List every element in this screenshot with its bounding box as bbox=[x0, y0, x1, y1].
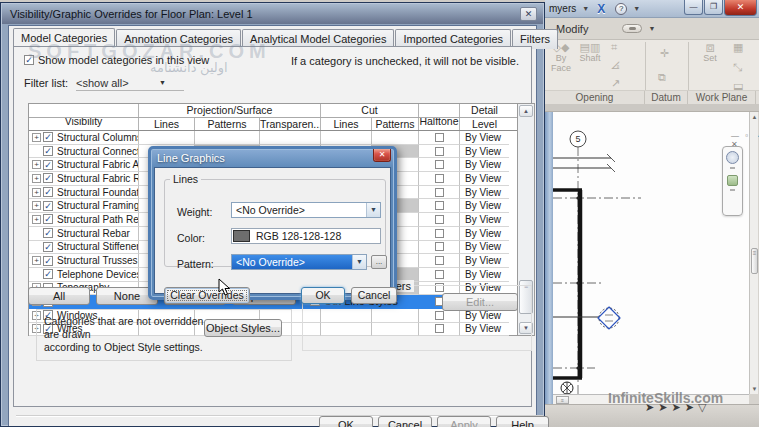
app-close-button[interactable]: ✕ bbox=[724, 0, 757, 16]
halftone-checkbox[interactable] bbox=[435, 188, 444, 197]
table-scroll-up-icon[interactable]: ▲ bbox=[519, 105, 533, 117]
visibility-cell[interactable]: +Structural Columns bbox=[29, 131, 139, 145]
scroll-up-icon[interactable]: ▲ bbox=[750, 114, 759, 120]
expand-icon[interactable]: + bbox=[32, 201, 41, 210]
visibility-cell[interactable]: +Structural Fabric Rei... bbox=[29, 172, 139, 186]
maximize-button[interactable]: ❐ bbox=[704, 0, 723, 15]
ribbon-display-toggle[interactable] bbox=[622, 24, 642, 33]
halftone-cell[interactable] bbox=[419, 227, 460, 241]
halftone-checkbox[interactable] bbox=[435, 160, 444, 169]
workplane-icon-2[interactable]: ⤡ bbox=[733, 62, 742, 73]
help-dropdown-caret-icon[interactable]: ▼ bbox=[633, 5, 640, 12]
halftone-checkbox[interactable] bbox=[435, 256, 444, 265]
clear-overrides-button[interactable]: Clear Overrides bbox=[164, 287, 250, 304]
halftone-cell[interactable] bbox=[419, 145, 460, 159]
detail-level-cell[interactable]: By View bbox=[460, 158, 509, 172]
line-graphics-close-button[interactable]: ✕ bbox=[373, 149, 391, 162]
help-button[interactable]: Help bbox=[496, 416, 549, 427]
halftone-cell[interactable] bbox=[419, 241, 460, 255]
opening-tool-icon-3[interactable]: ↗ bbox=[611, 78, 620, 89]
level-icon[interactable]: ✛ bbox=[660, 48, 669, 59]
halftone-checkbox[interactable] bbox=[435, 215, 444, 224]
chevron-down-icon[interactable]: ▼ bbox=[366, 203, 380, 217]
exchange-apps-icon[interactable]: X bbox=[597, 2, 605, 16]
override-cell[interactable] bbox=[260, 131, 321, 145]
override-cell[interactable] bbox=[372, 131, 419, 145]
visibility-checkbox[interactable] bbox=[43, 173, 53, 183]
expand-icon[interactable]: + bbox=[32, 188, 41, 197]
set-workplane-button[interactable]: ⧈ Set bbox=[697, 42, 723, 63]
shaft-button[interactable]: ▤▥ Shaft bbox=[577, 42, 603, 63]
visibility-checkbox[interactable] bbox=[43, 242, 53, 252]
visibility-checkbox[interactable] bbox=[43, 201, 53, 211]
visibility-cell[interactable]: +Structural Foundatio... bbox=[29, 186, 139, 200]
visibility-checkbox[interactable] bbox=[43, 269, 53, 279]
minimize-button[interactable]: — bbox=[684, 0, 703, 15]
halftone-cell[interactable] bbox=[419, 268, 460, 282]
grid-icon[interactable]: ⧉ bbox=[658, 72, 666, 83]
halftone-checkbox[interactable] bbox=[435, 201, 444, 210]
visibility-cell[interactable]: Structural Rebar bbox=[29, 227, 139, 241]
line-graphics-titlebar[interactable]: Line Graphics ✕ bbox=[151, 149, 394, 167]
halftone-cell[interactable] bbox=[419, 158, 460, 172]
table-row[interactable]: +Structural ColumnsBy View bbox=[29, 131, 517, 145]
visibility-checkbox[interactable] bbox=[43, 146, 53, 156]
dialog-close-button[interactable]: ✕ bbox=[520, 7, 537, 21]
halftone-checkbox[interactable] bbox=[435, 242, 444, 251]
detail-level-cell[interactable]: By View bbox=[460, 172, 509, 186]
halftone-cell[interactable] bbox=[419, 131, 460, 145]
chevron-down-icon[interactable]: ▼ bbox=[352, 255, 366, 269]
detail-level-cell[interactable]: By View bbox=[460, 254, 509, 268]
visibility-cell[interactable]: +Structural Trusses bbox=[29, 254, 139, 268]
detail-level-cell[interactable]: By View bbox=[460, 131, 509, 145]
expand-icon[interactable]: + bbox=[32, 215, 41, 224]
panel-label-workplane[interactable]: Work Plane bbox=[688, 91, 756, 104]
horizontal-scroll-thumb[interactable]: ≡ bbox=[556, 396, 569, 404]
visibility-checkbox[interactable] bbox=[43, 187, 53, 197]
signin-user[interactable]: myers bbox=[549, 3, 576, 14]
override-cell[interactable] bbox=[321, 131, 372, 145]
visibility-checkbox[interactable] bbox=[43, 214, 53, 224]
color-swatch[interactable] bbox=[233, 230, 250, 242]
workplane-icon-1[interactable]: ▦ bbox=[733, 42, 743, 53]
color-picker-field[interactable]: RGB 128-128-128 bbox=[231, 228, 381, 244]
user-dropdown-caret-icon[interactable]: ▼ bbox=[582, 5, 589, 12]
halftone-checkbox[interactable] bbox=[435, 147, 444, 156]
visibility-cell[interactable]: Structural Connectio... bbox=[29, 145, 139, 159]
apply-button[interactable]: Apply bbox=[437, 416, 491, 427]
halftone-cell[interactable] bbox=[419, 172, 460, 186]
visibility-checkbox[interactable] bbox=[43, 228, 53, 238]
detail-level-cell[interactable]: By View bbox=[460, 268, 509, 282]
override-cell[interactable] bbox=[139, 131, 195, 145]
halftone-cell[interactable] bbox=[419, 199, 460, 213]
override-cell[interactable] bbox=[195, 131, 260, 145]
all-button[interactable]: All bbox=[28, 287, 90, 305]
edit-button[interactable]: Edit... bbox=[442, 293, 518, 311]
halftone-checkbox[interactable] bbox=[435, 133, 444, 142]
navigation-bar[interactable] bbox=[722, 146, 743, 216]
line-graphics-ok-button[interactable]: OK bbox=[301, 287, 345, 304]
weight-dropdown[interactable]: <No Override> ▼ bbox=[231, 202, 381, 218]
ok-button[interactable]: OK bbox=[319, 416, 373, 427]
halftone-cell[interactable] bbox=[419, 186, 460, 200]
visibility-checkbox[interactable] bbox=[43, 132, 53, 142]
detail-level-cell[interactable]: By View bbox=[460, 186, 509, 200]
pattern-browse-button[interactable]: ... bbox=[371, 255, 387, 269]
detail-level-cell[interactable]: By View bbox=[460, 227, 509, 241]
ribbon-toggle-caret-icon[interactable]: ▼ bbox=[648, 25, 655, 32]
visibility-checkbox[interactable] bbox=[43, 256, 53, 266]
halftone-checkbox[interactable] bbox=[435, 229, 444, 238]
help-icon[interactable]: ? bbox=[615, 3, 627, 15]
halftone-cell[interactable] bbox=[419, 254, 460, 268]
visibility-cell[interactable]: Telephone Devices bbox=[29, 268, 139, 282]
detail-level-cell[interactable]: By View bbox=[460, 213, 509, 227]
expand-icon[interactable]: + bbox=[32, 160, 41, 169]
cancel-button[interactable]: Cancel bbox=[378, 416, 432, 427]
visibility-cell[interactable]: +Structural Path Reinf... bbox=[29, 213, 139, 227]
expand-icon[interactable]: + bbox=[32, 256, 41, 265]
visibility-cell[interactable]: +Structural Fabric Are... bbox=[29, 158, 139, 172]
detail-level-cell[interactable]: By View bbox=[460, 145, 509, 159]
halftone-cell[interactable] bbox=[419, 213, 460, 227]
line-graphics-cancel-button[interactable]: Cancel bbox=[351, 287, 397, 304]
halftone-checkbox[interactable] bbox=[435, 174, 444, 183]
